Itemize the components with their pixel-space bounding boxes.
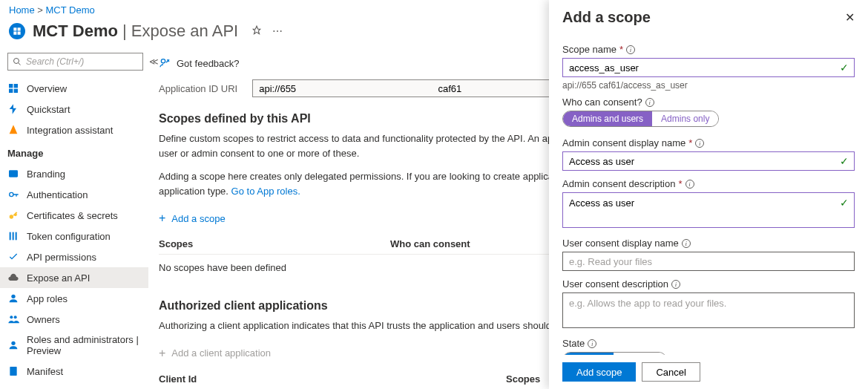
token-icon xyxy=(7,230,19,242)
nav-label: Expose an API xyxy=(27,272,90,284)
search-icon xyxy=(13,57,22,66)
add-client-text: Add a client application xyxy=(171,347,271,359)
add-scope-text: Add a scope xyxy=(171,213,225,224)
nav-label: Token configuration xyxy=(27,231,111,242)
permissions-icon xyxy=(7,251,19,263)
auth-icon xyxy=(7,189,19,200)
nav-label: Certificates & secrets xyxy=(27,210,118,221)
nav-label: Manifest xyxy=(27,366,63,377)
consent-admins-users[interactable]: Admins and users xyxy=(563,111,652,126)
svg-rect-4 xyxy=(9,89,13,93)
svg-rect-9 xyxy=(10,232,11,241)
check-icon: ✓ xyxy=(840,197,849,209)
user-display-label: User consent display name xyxy=(562,238,679,249)
sidebar: ≪ Overview Quickstart Integration assist… xyxy=(0,50,148,389)
nav-overview[interactable]: Overview xyxy=(0,78,148,99)
nav-api-permissions[interactable]: API permissions xyxy=(0,246,148,267)
nav-header-manage: Manage xyxy=(0,140,148,163)
breadcrumb-current[interactable]: MCT Demo xyxy=(46,4,95,16)
consent-admins-only[interactable]: Admins only xyxy=(652,111,718,126)
nav-manifest[interactable]: Manifest xyxy=(0,361,148,382)
nav-label: API permissions xyxy=(27,252,96,263)
nav-label: Quickstart xyxy=(27,104,70,115)
admin-desc-label: Admin consent description xyxy=(562,178,675,189)
overview-icon xyxy=(7,82,19,94)
nav-integration[interactable]: Integration assistant xyxy=(0,120,148,140)
plus-icon: + xyxy=(159,347,165,360)
add-scope-button[interactable]: Add scope xyxy=(562,362,636,382)
cancel-button[interactable]: Cancel xyxy=(642,362,700,382)
nav-label: Overview xyxy=(27,83,67,94)
user-desc-label: User consent description xyxy=(562,278,668,290)
user-desc-input[interactable] xyxy=(562,292,855,328)
feedback-icon xyxy=(159,57,171,69)
svg-rect-2 xyxy=(9,84,13,88)
info-icon[interactable]: i xyxy=(626,45,635,54)
svg-rect-3 xyxy=(14,84,18,88)
nav-token[interactable]: Token configuration xyxy=(0,226,148,246)
add-client-link: + Add a client application xyxy=(159,342,271,369)
info-icon[interactable]: i xyxy=(695,139,704,148)
user-display-input[interactable] xyxy=(562,252,855,271)
feedback-text: Got feedback? xyxy=(177,58,240,69)
scope-uri-preview: api://655 caf61/access_as_user xyxy=(562,80,855,91)
add-scope-panel: Add a scope ✕ Scope name*i ✓ api://655 c… xyxy=(549,0,868,389)
close-icon[interactable]: ✕ xyxy=(845,10,855,24)
nav-owners[interactable]: Owners xyxy=(0,309,148,330)
breadcrumb-home[interactable]: Home xyxy=(9,4,35,16)
app-id-label: Application ID URI xyxy=(159,83,237,94)
nav-branding[interactable]: Branding xyxy=(0,163,148,184)
nav-label: Branding xyxy=(27,169,65,180)
go-to-app-roles-link[interactable]: Go to App roles. xyxy=(231,186,300,197)
admin-display-label: Admin consent display name xyxy=(562,137,685,148)
quickstart-icon xyxy=(7,103,19,115)
svg-point-19 xyxy=(161,59,165,63)
roles-icon xyxy=(7,339,19,351)
admin-display-input[interactable] xyxy=(562,151,855,171)
svg-point-7 xyxy=(10,192,13,196)
scope-name-input[interactable] xyxy=(562,58,855,77)
consent-pill-group: Admins and users Admins only xyxy=(562,111,719,127)
info-icon[interactable]: i xyxy=(671,280,680,289)
approles-icon xyxy=(7,292,19,304)
nav-label: App roles xyxy=(27,293,68,304)
nav-app-roles[interactable]: App roles xyxy=(0,288,148,309)
pin-icon[interactable] xyxy=(251,25,262,38)
required-icon: * xyxy=(678,178,682,189)
info-icon[interactable]: i xyxy=(645,98,654,107)
panel-title: Add a scope xyxy=(562,9,651,26)
page-title: MCT Demo | Expose an API xyxy=(33,22,238,41)
nav-authentication[interactable]: Authentication xyxy=(0,184,148,205)
nav-roles-admin[interactable]: Roles and administrators | Preview xyxy=(0,330,148,361)
integration-icon xyxy=(7,124,19,136)
feedback-link[interactable]: Got feedback? xyxy=(159,54,240,79)
info-icon[interactable]: i xyxy=(682,239,691,248)
nav-certs[interactable]: Certificates & secrets xyxy=(0,205,148,226)
required-icon: * xyxy=(688,137,692,148)
col-scopes: Scopes xyxy=(159,238,390,249)
info-icon[interactable]: i xyxy=(588,339,596,348)
consent-label: Who can consent? xyxy=(562,97,642,108)
plus-icon: + xyxy=(159,212,165,225)
info-icon[interactable]: i xyxy=(685,180,694,189)
add-scope-link[interactable]: + Add a scope xyxy=(159,207,226,234)
svg-rect-5 xyxy=(14,89,18,93)
nav-quickstart[interactable]: Quickstart xyxy=(0,99,148,120)
app-registration-icon xyxy=(9,23,25,39)
svg-rect-10 xyxy=(13,232,14,241)
owners-icon xyxy=(7,313,19,325)
svg-point-12 xyxy=(11,295,15,298)
app-id-input[interactable] xyxy=(252,79,556,97)
col-client-id: Client Id xyxy=(159,373,506,385)
nav-header-support: Support + Troubleshooting xyxy=(0,382,148,389)
search-box[interactable] xyxy=(7,53,143,71)
search-input[interactable] xyxy=(26,56,138,67)
scope-name-label: Scope name xyxy=(562,44,617,55)
svg-rect-6 xyxy=(9,170,18,177)
admin-desc-input[interactable] xyxy=(562,192,855,228)
more-icon[interactable]: ⋯ xyxy=(272,25,283,38)
nav-expose-api[interactable]: Expose an API xyxy=(0,267,148,288)
title-actions: ⋯ xyxy=(251,25,283,38)
svg-point-13 xyxy=(10,316,13,318)
svg-line-1 xyxy=(19,63,21,65)
